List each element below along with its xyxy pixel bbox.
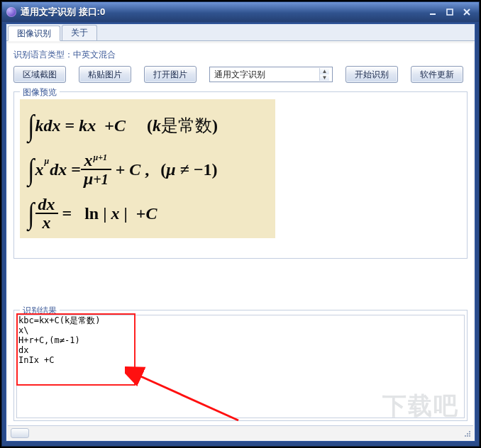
image-preview-group: 图像预览 ∫ kdx = kx +C (k是常数) ∫ xμdx = [13,91,468,259]
app-icon [6,7,16,17]
start-recognize-button[interactable]: 开始识别 [345,66,398,83]
software-update-button[interactable]: 软件更新 [411,66,463,83]
language-row: 识别语言类型： 中英文混合 [13,47,468,62]
minimize-button[interactable] [425,6,441,18]
open-image-button[interactable]: 打开图片 [144,66,197,83]
maximize-button[interactable] [442,6,458,18]
preview-image: ∫ kdx = kx +C (k是常数) ∫ xμdx = xμ+1 [20,99,275,238]
results-group: 识别结果 kbc=kx+C(k是常数) x\ H+r+C,(m≠-1) dx I… [13,310,468,421]
svg-rect-8 [467,435,468,437]
svg-rect-5 [467,433,468,435]
resize-grip-icon[interactable] [463,430,472,438]
language-value: 中英文混合 [73,49,116,61]
area-screenshot-button[interactable]: 区域截图 [13,66,66,83]
tab-label: 关于 [71,27,88,39]
titlebar[interactable]: 通用文字识别 接口:0 [2,2,479,22]
tab-label: 图像识别 [17,28,51,40]
close-button[interactable] [459,6,475,18]
paste-image-button[interactable]: 粘贴图片 [79,66,131,83]
svg-rect-6 [469,433,470,435]
svg-rect-9 [469,435,470,437]
client-area: 图像识别 关于 识别语言类型： 中英文混合 区域截图 粘贴图片 打开图片 通用文… [6,23,475,442]
tabs: 图像识别 关于 [6,24,475,41]
language-label: 识别语言类型： [13,49,73,61]
svg-rect-4 [469,431,470,432]
tab-image-recognition[interactable]: 图像识别 [8,26,60,41]
svg-rect-1 [447,9,453,15]
svg-rect-7 [465,435,466,437]
chevron-up-icon[interactable]: ▲ [320,68,329,74]
results-textarea[interactable]: kbc=kx+C(k是常数) x\ H+r+C,(m≠-1) dx InIx +… [16,315,465,418]
statusbar [8,425,473,439]
recognize-type-combo[interactable]: 通用文字识别 ▲ ▼ [209,67,333,82]
group-title-preview: 图像预览 [20,86,60,99]
combo-value: 通用文字识别 [214,69,319,81]
combo-spinner[interactable]: ▲ ▼ [319,68,329,81]
statusbar-panel [11,428,29,438]
window-title: 通用文字识别 接口:0 [21,6,105,18]
tab-about[interactable]: 关于 [62,25,97,40]
tab-panel: 识别语言类型： 中英文混合 区域截图 粘贴图片 打开图片 通用文字识别 ▲ ▼ … [8,43,473,439]
application-window: 通用文字识别 接口:0 图像识别 关于 识别语言类型： 中英文混合 [1,1,480,447]
chevron-down-icon[interactable]: ▼ [320,74,329,81]
toolbar: 区域截图 粘贴图片 打开图片 通用文字识别 ▲ ▼ 开始识别 软件更新 [13,66,468,83]
